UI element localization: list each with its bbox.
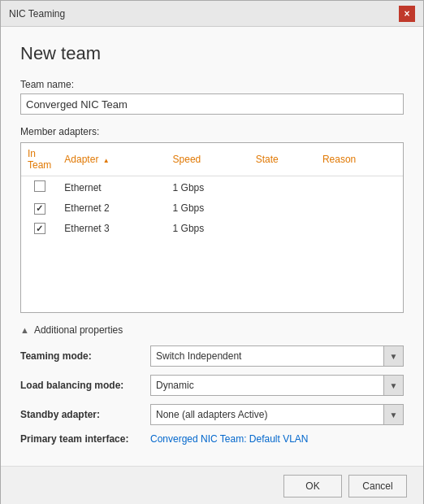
page-title: New team xyxy=(20,43,404,64)
load-balancing-dropdown-arrow[interactable]: ▼ xyxy=(383,376,403,395)
ok-button[interactable]: OK xyxy=(283,475,342,497)
primary-interface-link[interactable]: Converged NIC Team: Default VLAN xyxy=(150,433,404,445)
sort-icon: ▲ xyxy=(103,157,110,164)
adapter-state-2 xyxy=(249,198,316,219)
dialog-footer: OK Cancel xyxy=(1,466,423,504)
teaming-mode-select[interactable]: Switch Independent ▼ xyxy=(150,345,404,367)
adapters-table-container: In Team Adapter ▲ Speed State Reason xyxy=(20,142,404,313)
checkbox-cell[interactable] xyxy=(21,219,58,239)
table-header-row: In Team Adapter ▲ Speed State Reason xyxy=(21,143,403,176)
load-balancing-select[interactable]: Dynamic ▼ xyxy=(150,375,404,396)
adapter-name-2: Ethernet 2 xyxy=(58,198,166,219)
close-button[interactable]: × xyxy=(399,6,415,22)
checkbox-cell[interactable] xyxy=(21,198,58,219)
cancel-button[interactable]: Cancel xyxy=(348,475,407,497)
title-bar: NIC Teaming × xyxy=(1,1,423,27)
col-speed[interactable]: Speed xyxy=(167,143,249,176)
adapter-checkbox-2[interactable] xyxy=(34,203,45,215)
adapter-state-3 xyxy=(249,219,316,239)
primary-interface-label: Primary team interface: xyxy=(20,433,150,445)
adapter-checkbox-3[interactable] xyxy=(34,223,45,234)
nic-teaming-dialog: NIC Teaming × New team Team name: Member… xyxy=(0,0,424,504)
col-adapter[interactable]: Adapter ▲ xyxy=(58,143,166,176)
adapter-reason-1 xyxy=(316,176,403,199)
col-state[interactable]: State xyxy=(249,143,316,176)
dialog-title: NIC Teaming xyxy=(9,8,65,20)
teaming-mode-label: Teaming mode: xyxy=(20,350,150,362)
standby-adapter-value: None (all adapters Active) xyxy=(151,409,383,420)
table-row: Ethernet 1 Gbps xyxy=(21,176,403,199)
standby-adapter-select[interactable]: None (all adapters Active) ▼ xyxy=(150,404,404,425)
standby-adapter-dropdown-arrow[interactable]: ▼ xyxy=(383,405,403,424)
table-row: Ethernet 3 1 Gbps xyxy=(21,219,403,239)
adapter-state-1 xyxy=(249,176,316,199)
load-balancing-value: Dynamic xyxy=(151,380,383,391)
adapter-reason-2 xyxy=(316,198,403,219)
adapter-speed-3: 1 Gbps xyxy=(167,219,249,239)
teaming-mode-dropdown-arrow[interactable]: ▼ xyxy=(383,346,403,366)
adapter-checkbox-1[interactable] xyxy=(34,180,45,192)
standby-adapter-label: Standby adapter: xyxy=(20,409,150,420)
adapter-speed-2: 1 Gbps xyxy=(167,198,249,219)
properties-grid: Teaming mode: Switch Independent ▼ Load … xyxy=(20,345,404,445)
col-reason[interactable]: Reason xyxy=(316,143,403,176)
adapter-reason-3 xyxy=(316,219,403,239)
adapter-name-3: Ethernet 3 xyxy=(58,219,166,239)
checkbox-cell[interactable] xyxy=(21,176,58,199)
team-name-input[interactable] xyxy=(20,93,404,115)
additional-props-label: Additional properties xyxy=(34,324,123,336)
table-row: Ethernet 2 1 Gbps xyxy=(21,198,403,219)
team-name-label: Team name: xyxy=(20,79,404,90)
adapters-table: In Team Adapter ▲ Speed State Reason xyxy=(21,143,403,238)
dialog-content: New team Team name: Member adapters: In … xyxy=(1,27,423,466)
adapter-name-1: Ethernet xyxy=(58,176,166,199)
adapter-speed-1: 1 Gbps xyxy=(167,176,249,199)
col-in-team[interactable]: In Team xyxy=(21,143,58,176)
collapse-icon: ▲ xyxy=(20,325,29,335)
teaming-mode-value: Switch Independent xyxy=(151,350,383,362)
load-balancing-label: Load balancing mode: xyxy=(20,380,150,391)
member-adapters-label: Member adapters: xyxy=(20,126,404,137)
additional-properties-header[interactable]: ▲ Additional properties xyxy=(20,324,404,336)
